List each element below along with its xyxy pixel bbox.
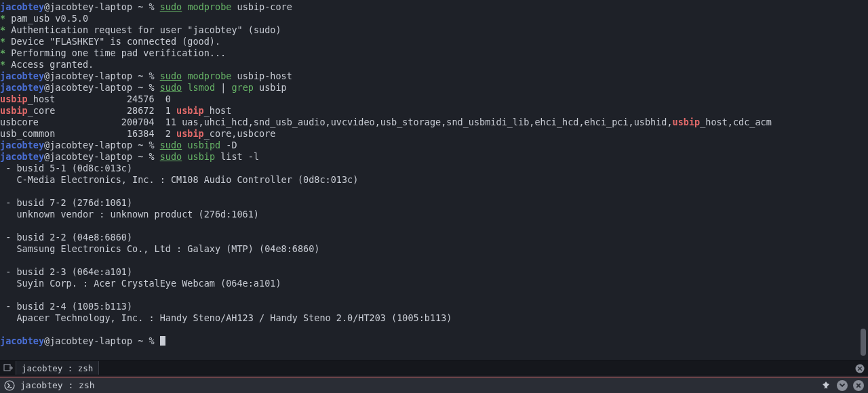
- terminal-line: jacobtey@jacobtey-laptop ~ %: [0, 335, 868, 347]
- tab-active[interactable]: jacobtey : zsh: [16, 361, 99, 375]
- terminal-line: usbip_core 28672 1 usbip_host: [0, 105, 868, 117]
- terminal-line: - busid 2-3 (064e:a101): [0, 266, 868, 278]
- terminal-line: * Performing one time pad verification..…: [0, 47, 868, 59]
- terminal-line: jacobtey@jacobtey-laptop ~ % sudo usbip …: [0, 151, 868, 163]
- terminal-line: usbcore 200704 11 uas,uhci_hcd,snd_usb_a…: [0, 117, 868, 128]
- terminal-line: jacobtey@jacobtey-laptop ~ % sudo lsmod …: [0, 82, 868, 94]
- terminal-line: usb_common 16384 2 usbip_core,usbcore: [0, 128, 868, 140]
- terminal-line: unknown vendor : unknown product (276d:1…: [0, 209, 868, 220]
- tab-bar: jacobtey : zsh: [0, 360, 868, 375]
- terminal-output[interactable]: jacobtey@jacobtey-laptop ~ % sudo modpro…: [0, 0, 868, 359]
- terminal-line: jacobtey@jacobtey-laptop ~ % sudo modpro…: [0, 1, 868, 13]
- terminal-line: - busid 2-4 (1005:b113): [0, 301, 868, 312]
- pin-icon[interactable]: [821, 380, 831, 391]
- minimize-button[interactable]: [837, 380, 848, 391]
- terminal-line: [0, 255, 868, 266]
- terminal-line: [0, 289, 868, 301]
- tab-label: jacobtey : zsh: [22, 363, 93, 374]
- terminal-line: * pam_usb v0.5.0: [0, 13, 868, 24]
- tab-close-button[interactable]: [854, 363, 865, 374]
- svg-rect-0: [4, 365, 10, 371]
- status-bar: jacobtey : zsh: [0, 377, 868, 393]
- terminal-line: * Access granted.: [0, 59, 868, 70]
- terminal-line: jacobtey@jacobtey-laptop ~ % sudo usbipd…: [0, 140, 868, 151]
- close-button[interactable]: [853, 380, 864, 391]
- terminal-line: Samsung Electronics Co., Ltd : Galaxy (M…: [0, 243, 868, 255]
- scrollbar-thumb[interactable]: [861, 329, 866, 356]
- terminal-line: * Device "FLASHKEY" is connected (good).: [0, 36, 868, 47]
- terminal-line: C-Media Electronics, Inc. : CM108 Audio …: [0, 174, 868, 186]
- terminal-line: [0, 186, 868, 197]
- terminal-line: jacobtey@jacobtey-laptop ~ % sudo modpro…: [0, 70, 868, 82]
- terminal-line: - busid 2-2 (04e8:6860): [0, 232, 868, 243]
- prompt-icon: [4, 380, 15, 391]
- terminal-line: Suyin Corp. : Acer CrystalEye Webcam (06…: [0, 278, 868, 289]
- new-tab-button[interactable]: [0, 361, 16, 375]
- terminal-line: Apacer Technology, Inc. : Handy Steno/AH…: [0, 312, 868, 324]
- status-label: jacobtey : zsh: [20, 379, 95, 391]
- terminal-line: [0, 324, 868, 335]
- terminal-line: [0, 220, 868, 232]
- terminal-line: - busid 5-1 (0d8c:013c): [0, 163, 868, 174]
- terminal-line: usbip_host 24576 0: [0, 94, 868, 105]
- terminal-line: - busid 7-2 (276d:1061): [0, 197, 868, 209]
- terminal-line: * Authentication request for user "jacob…: [0, 24, 868, 36]
